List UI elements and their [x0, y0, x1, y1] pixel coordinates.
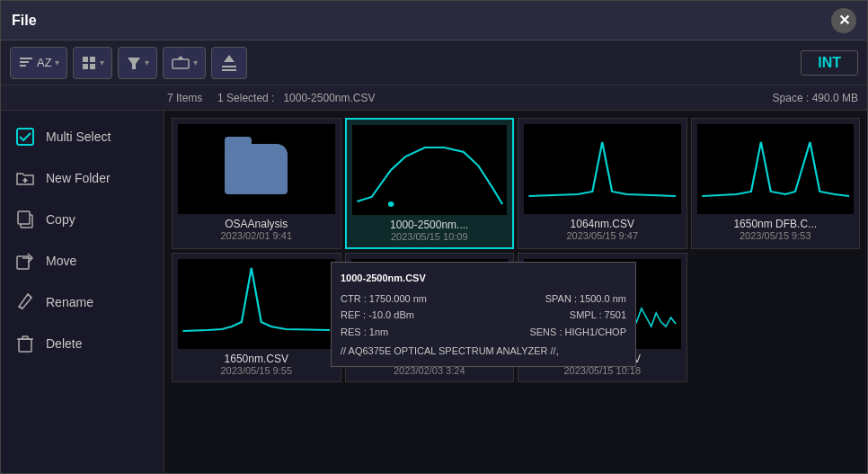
close-button[interactable]: ✕ [831, 8, 856, 33]
filter-button[interactable]: ▾ [118, 47, 157, 79]
file-name-1650dfb: 1650nm DFB.C... [697, 218, 855, 230]
svg-rect-29 [524, 124, 681, 214]
svg-rect-3 [83, 57, 88, 62]
pencil-icon [13, 291, 37, 314]
view-chevron: ▾ [100, 58, 104, 67]
file-date-1000-2500: 2023/05/15 10:09 [391, 231, 468, 242]
delete-label: Delete [46, 336, 82, 351]
file-date-1650: 2023/05/15 9:55 [220, 365, 292, 376]
file-item-1000-2500[interactable]: 1000-2500nm.... 2023/05/15 10:09 [345, 118, 515, 249]
svg-rect-31 [178, 259, 335, 349]
sidebar-item-copy[interactable]: Copy [1, 199, 164, 240]
svg-rect-5 [83, 64, 88, 69]
svg-rect-0 [20, 58, 32, 59]
tooltip-ctr: CTR : 1750.000 nm [341, 291, 427, 308]
tooltip-span: SPAN : 1500.0 nm [545, 291, 626, 308]
space-info: Space : 490.0 MB [773, 92, 858, 104]
file-item-1650[interactable]: 1650nm.CSV 2023/05/15 9:55 [172, 253, 341, 382]
new-folder-label: New Folder [46, 171, 111, 185]
int-label: INT [801, 50, 858, 76]
file-thumb-osa [178, 124, 335, 214]
window-title: File [12, 13, 37, 29]
svg-rect-27 [352, 125, 508, 215]
svg-marker-9 [177, 56, 184, 59]
tooltip-ref: REF : -10.0 dBm [341, 307, 414, 324]
chart-sharp-peak [178, 259, 335, 349]
sidebar-item-move[interactable]: Move [1, 240, 164, 282]
svg-rect-11 [222, 69, 236, 71]
svg-marker-7 [128, 58, 140, 69]
svg-line-20 [19, 307, 22, 309]
tooltip-row1: CTR : 1750.000 nm SPAN : 1500.0 nm [341, 291, 626, 308]
selected-file: 1000-2500nm.CSV [283, 92, 375, 104]
sort-chevron: ▾ [55, 58, 59, 67]
main-window: File ✕ AZ ▾ ▾ [0, 0, 868, 474]
svg-point-28 [387, 201, 393, 207]
sort-label: AZ [37, 56, 52, 69]
sidebar-item-multi-select[interactable]: Multi Select [1, 116, 164, 157]
sidebar: Multi Select New Folder [1, 111, 164, 473]
tooltip-filename: 1000-2500nm.CSV [341, 270, 626, 287]
file-name-1650: 1650nm.CSV [178, 353, 335, 365]
rename-label: Rename [46, 295, 93, 309]
file-date-osa: 2023/02/01 9:41 [220, 230, 292, 241]
tooltip-row2: REF : -10.0 dBm SMPL : 7501 [341, 307, 626, 324]
file-thumb-1650dfb [697, 124, 855, 214]
svg-rect-30 [697, 124, 855, 214]
file-item-osa[interactable]: OSAAnalysis 2023/02/01 9:41 [172, 118, 341, 249]
main-content: Multi Select New Folder [1, 111, 867, 473]
svg-rect-13 [17, 129, 33, 145]
svg-rect-4 [90, 57, 95, 62]
trash-icon [13, 332, 37, 355]
copy-label: Copy [46, 212, 75, 227]
svg-rect-22 [19, 339, 31, 352]
file-item-1064[interactable]: 1064nm.CSV 2023/05/15 9:47 [518, 118, 687, 249]
sidebar-item-new-folder[interactable]: New Folder [1, 157, 164, 199]
svg-rect-1 [20, 61, 29, 63]
sidebar-item-rename[interactable]: Rename [1, 282, 164, 323]
svg-line-21 [28, 294, 31, 298]
title-bar: File ✕ [1, 1, 867, 40]
tooltip-res: RES : 1nm [341, 324, 388, 341]
file-name-1000-2500: 1000-2500nm.... [352, 219, 508, 231]
filter-chevron: ▾ [145, 58, 149, 67]
chart-peak [524, 124, 681, 214]
svg-rect-2 [20, 65, 26, 67]
tooltip-popup: 1000-2500nm.CSV CTR : 1750.000 nm SPAN :… [331, 262, 636, 367]
device-icon [171, 55, 190, 71]
file-grid: OSAAnalysis 2023/02/01 9:41 1000-2500nm.… [164, 111, 867, 473]
status-info: 7 Items 1 Selected : 1000-2500nm.CSV [167, 92, 376, 104]
selected-label: 1 Selected : [217, 92, 274, 104]
chart-broad [352, 125, 508, 215]
device-button[interactable]: ▾ [163, 47, 206, 79]
toolbar: AZ ▾ ▾ ▾ ▾ [1, 40, 867, 85]
tooltip-smpl: SMPL : 7501 [570, 307, 626, 324]
export-icon [219, 53, 239, 73]
file-thumb-1064 [524, 124, 681, 214]
filter-icon [126, 55, 142, 71]
file-name-osa: OSAAnalysis [178, 218, 335, 230]
export-button[interactable] [211, 47, 247, 79]
svg-rect-10 [222, 66, 236, 67]
file-name-1064: 1064nm.CSV [524, 218, 681, 230]
sidebar-item-delete[interactable]: Delete [1, 323, 164, 364]
file-item-1650dfb[interactable]: 1650nm DFB.C... 2023/05/15 9:53 [691, 118, 861, 249]
file-thumb-1000-2500 [352, 125, 508, 215]
sort-icon [18, 55, 34, 71]
file-date-1064: 2023/05/15 9:47 [566, 230, 638, 241]
tooltip-analyzer: // AQ6375E OPTICAL SPECTRUM ANALYZER //, [341, 343, 626, 360]
file-thumb-1650 [178, 259, 335, 349]
move-icon [13, 249, 37, 273]
move-label: Move [46, 254, 76, 268]
status-bar: 7 Items 1 Selected : 1000-2500nm.CSV Spa… [1, 85, 867, 111]
svg-marker-12 [224, 55, 235, 62]
svg-rect-8 [173, 59, 189, 68]
chart-twin-peak [697, 124, 855, 214]
copy-icon [13, 208, 37, 231]
view-button[interactable]: ▾ [73, 47, 112, 79]
items-count: 7 Items [167, 92, 202, 104]
svg-rect-17 [18, 211, 30, 224]
sort-button[interactable]: AZ ▾ [10, 47, 67, 79]
device-chevron: ▾ [193, 58, 198, 67]
folder-shape [225, 144, 288, 194]
